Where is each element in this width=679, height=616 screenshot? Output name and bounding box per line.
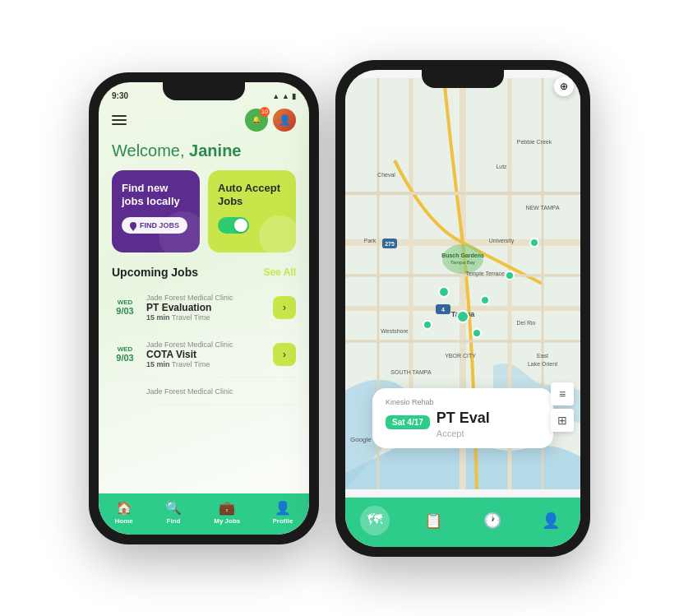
- job-clinic-3: Jade Forest Medical Clinic: [146, 387, 296, 396]
- job-travel-2: 15 min Travel Time: [146, 360, 265, 368]
- svg-text:YBOR CITY: YBOR CITY: [445, 353, 476, 359]
- list-icon: 📋: [424, 512, 442, 530]
- svg-text:Cheval: Cheval: [377, 172, 395, 178]
- svg-text:Lutz: Lutz: [496, 164, 507, 169]
- svg-text:Temple Terrace: Temple Terrace: [465, 271, 505, 277]
- svg-text:Del Rio: Del Rio: [517, 320, 536, 326]
- nav-my-jobs[interactable]: 💼 My Jobs: [214, 500, 240, 525]
- job-info-3: Jade Forest Medical Clinic: [146, 387, 296, 396]
- job-day-1: WED: [118, 299, 133, 306]
- job-title-1: PT Evaluation: [146, 302, 265, 313]
- toggle-knob: [234, 219, 247, 232]
- job-datenum-1: 9/03: [116, 306, 133, 316]
- job-travel-1: 15 min Travel Time: [146, 313, 265, 322]
- job-clinic-1: Jade Forest Medical Clinic: [146, 294, 265, 302]
- welcome-name: Janine: [189, 141, 241, 160]
- phones-container: 9:30 ▲ ▲ ▮ 🔔 10 👤: [72, 44, 607, 573]
- phone-2: 275 4 Busch Gardens Tampa Bay Tampa Chev…: [335, 60, 590, 557]
- svg-point-39: [473, 329, 481, 337]
- svg-point-15: [442, 244, 483, 274]
- phone-2-screen: 275 4 Busch Gardens Tampa Bay Tampa Chev…: [345, 70, 580, 547]
- card-auto-accept[interactable]: Auto Accept Jobs: [208, 170, 296, 252]
- svg-text:275: 275: [385, 241, 395, 247]
- map-card-action[interactable]: Accept: [436, 428, 490, 438]
- svg-text:Westshore: Westshore: [381, 328, 408, 334]
- bottom-nav: 🏠 Home 🔍 Find 💼 My Jobs 👤 Profile: [99, 493, 309, 535]
- google-watermark: Google: [350, 436, 372, 443]
- job-date-2: WED 9/03: [112, 345, 138, 363]
- battery-icon: ▮: [292, 92, 296, 100]
- find-icon: 🔍: [165, 500, 182, 516]
- svg-text:Pebble Creek: Pebble Creek: [517, 139, 552, 145]
- card-find-jobs-text: Find new jobs locally: [122, 182, 190, 210]
- notification-bell[interactable]: 🔔 10: [245, 109, 268, 132]
- card-auto-accept-text: Auto Accept Jobs: [218, 182, 286, 210]
- map-nav-clock[interactable]: 🕐: [478, 506, 507, 535]
- welcome-section: Welcome, Janine: [99, 138, 309, 170]
- status-icons: ▲ ▲ ▮: [272, 92, 296, 100]
- nav-home-label: Home: [115, 517, 133, 525]
- map-card-date: Sat 4/17: [386, 415, 430, 429]
- find-jobs-button[interactable]: FIND JOBS: [122, 217, 187, 234]
- job-date-1: WED 9/03: [112, 299, 138, 316]
- action-cards: Find new jobs locally FIND JOBS Auto Acc…: [99, 170, 309, 266]
- nav-find[interactable]: 🔍 Find: [165, 500, 182, 525]
- profile-icon: 👤: [275, 500, 291, 516]
- nav-myjobs-label: My Jobs: [214, 517, 240, 525]
- table-row[interactable]: WED 9/03 Jade Forest Medical Clinic COTA…: [112, 332, 296, 377]
- job-clinic-2: Jade Forest Medical Clinic: [146, 340, 265, 349]
- wifi-icon: ▲: [272, 92, 279, 100]
- map-nav-list[interactable]: 📋: [418, 506, 448, 535]
- job-datenum-2: 9/03: [116, 353, 133, 363]
- table-row[interactable]: Jade Forest Medical Clinic: [112, 379, 296, 405]
- job-info-1: Jade Forest Medical Clinic PT Evaluation…: [146, 294, 265, 322]
- svg-text:Park: Park: [364, 238, 376, 243]
- map-job-card[interactable]: Kinesio Rehab Sat 4/17 PT Eval Accept: [372, 388, 553, 448]
- job-arrow-2[interactable]: ›: [273, 343, 296, 366]
- card-find-jobs[interactable]: Find new jobs locally FIND JOBS: [112, 170, 200, 252]
- welcome-text: Welcome, Janine: [112, 141, 296, 160]
- map-card-tag: Kinesio Rehab: [386, 398, 540, 406]
- status-time: 9:30: [112, 91, 128, 100]
- map-locate-button[interactable]: ⊕: [554, 76, 574, 96]
- table-row[interactable]: WED 9/03 Jade Forest Medical Clinic PT E…: [112, 285, 296, 331]
- svg-text:University: University: [489, 238, 515, 244]
- svg-text:4: 4: [441, 307, 445, 313]
- auto-accept-toggle[interactable]: [218, 217, 249, 234]
- nav-find-label: Find: [167, 517, 181, 525]
- svg-text:Tampa Bay: Tampa Bay: [450, 260, 475, 265]
- svg-text:Busch Gardens: Busch Gardens: [441, 252, 484, 258]
- map-nav-map[interactable]: 🗺: [360, 506, 390, 535]
- clock-icon: 🕐: [483, 512, 501, 530]
- signal-icon: ▲: [282, 92, 289, 100]
- hamburger-menu[interactable]: [112, 115, 127, 125]
- phone-1-screen: 9:30 ▲ ▲ ▮ 🔔 10 👤: [99, 82, 309, 535]
- svg-text:SOUTH TAMPA: SOUTH TAMPA: [390, 369, 432, 375]
- nav-profile-label: Profile: [272, 517, 293, 525]
- nav-home[interactable]: 🏠 Home: [115, 500, 133, 525]
- svg-point-37: [506, 271, 514, 280]
- map-control-filter[interactable]: ⊞: [551, 409, 574, 432]
- see-all-link[interactable]: See All: [263, 266, 296, 278]
- person-icon: 👤: [542, 512, 560, 530]
- map-control-list[interactable]: ≡: [551, 382, 574, 405]
- job-list: WED 9/03 Jade Forest Medical Clinic PT E…: [99, 285, 309, 405]
- app-header: 🔔 10 👤: [99, 105, 309, 138]
- job-arrow-1[interactable]: ›: [273, 296, 296, 319]
- map-bottom-nav: 🗺 📋 🕐 👤: [345, 498, 580, 547]
- svg-point-38: [530, 239, 538, 247]
- home-icon: 🏠: [116, 500, 132, 516]
- map-container[interactable]: 275 4 Busch Gardens Tampa Bay Tampa Chev…: [345, 70, 580, 498]
- user-avatar[interactable]: 👤: [273, 109, 296, 132]
- upcoming-title: Upcoming Jobs: [112, 266, 198, 279]
- job-day-2: WED: [118, 345, 133, 353]
- map-controls: ≡ ⊞: [551, 382, 574, 432]
- nav-profile[interactable]: 👤 Profile: [272, 500, 293, 525]
- job-info-2: Jade Forest Medical Clinic COTA Visit 15…: [146, 340, 265, 368]
- map-nav-profile[interactable]: 👤: [536, 506, 566, 535]
- upcoming-header: Upcoming Jobs See All: [99, 266, 309, 285]
- svg-point-36: [423, 321, 432, 329]
- notch: [163, 82, 245, 100]
- svg-text:Lake Orient: Lake Orient: [528, 361, 557, 367]
- location-icon: [130, 222, 136, 229]
